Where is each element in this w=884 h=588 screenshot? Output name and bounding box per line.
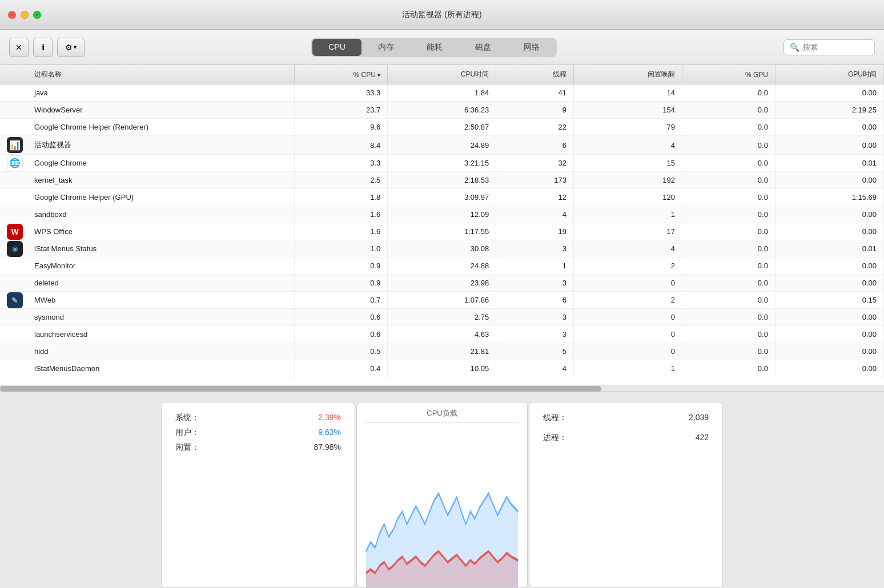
- cell-cpu_time: 3:21.15: [388, 155, 496, 172]
- table-row[interactable]: java33.31.8441140.00.00: [0, 84, 884, 102]
- cell-cpu_time: 24.88: [388, 257, 496, 275]
- cell-cpu_pct: 33.3: [295, 84, 388, 102]
- process-name: kernel_task: [34, 176, 72, 184]
- cell-gpu_pct: 0.0: [682, 206, 775, 223]
- col-header-idle-wake[interactable]: 闲置唤醒: [573, 65, 682, 84]
- table-row[interactable]: Google Chrome Helper (Renderer)9.62:50.8…: [0, 119, 884, 136]
- threads-label: 线程：: [543, 413, 567, 423]
- cell-cpu_pct: 0.9: [295, 275, 388, 292]
- process-icon: 🌐: [7, 155, 23, 171]
- processes-label: 进程：: [543, 433, 567, 443]
- chart-divider: [366, 422, 518, 422]
- col-header-gpu-time[interactable]: GPU时间: [775, 65, 883, 84]
- idle-label: 闲置：: [175, 442, 199, 453]
- col-header-gpu-pct[interactable]: % GPU: [682, 65, 775, 84]
- cell-threads: 41: [496, 84, 574, 102]
- process-name: Google Chrome: [34, 159, 87, 167]
- col-header-cpu-pct[interactable]: % CPU ▾: [295, 65, 388, 84]
- table-row[interactable]: EasyMonitor0.924.88120.00.00: [0, 257, 884, 275]
- minimize-button[interactable]: −: [21, 11, 29, 19]
- table-row[interactable]: sandboxd1.612.09410.00.00: [0, 206, 884, 223]
- cell-threads: 3: [496, 309, 574, 326]
- process-name: EasyMonitor: [34, 261, 75, 270]
- cell-gpu_time: 0.01: [775, 240, 883, 257]
- process-name: java: [34, 88, 48, 97]
- table-row[interactable]: Google Chrome Helper (GPU)1.83:09.971212…: [0, 189, 884, 206]
- info-button[interactable]: ℹ: [33, 38, 53, 57]
- process-icon: W: [7, 224, 23, 240]
- table-row[interactable]: ◉iStat Menus Status1.030.08340.00.01: [0, 240, 884, 257]
- cell-gpu_time: 0.00: [775, 257, 883, 275]
- process-icon: ◉: [7, 241, 23, 257]
- cell-idle_wake: 4: [573, 136, 682, 155]
- table-row[interactable]: ✎MWeb0.71:07.86620.00.15: [0, 292, 884, 309]
- table-row[interactable]: iStatMenusDaemon0.410.05410.00.00: [0, 360, 884, 377]
- x-button[interactable]: ✕: [9, 38, 29, 57]
- table-row[interactable]: launchservicesd0.64.63300.00.00: [0, 326, 884, 343]
- process-name: 活动监视器: [34, 140, 71, 149]
- table-row[interactable]: 🌐Google Chrome3.33:21.1532150.00.01: [0, 155, 884, 172]
- horizontal-scrollbar[interactable]: [0, 385, 884, 392]
- table-row[interactable]: 📊活动监视器8.424.89640.00.00: [0, 136, 884, 155]
- cell-gpu_pct: 0.0: [682, 309, 775, 326]
- gear-button[interactable]: ⚙ ▾: [57, 38, 85, 57]
- cell-gpu_time: 0.00: [775, 206, 883, 223]
- table-row[interactable]: kernel_task2.52:18.531731920.00.00: [0, 172, 884, 189]
- cell-idle_wake: 120: [573, 189, 682, 206]
- system-stats-row: 系统： 2.39%: [175, 413, 341, 423]
- table-row[interactable]: deleted0.923.98300.00.00: [0, 275, 884, 292]
- cell-cpu_pct: 0.6: [295, 309, 388, 326]
- cell-threads: 3: [496, 326, 574, 343]
- cell-idle_wake: 2: [573, 292, 682, 309]
- tab-memory[interactable]: 内存: [362, 39, 410, 56]
- cell-cpu_pct: 23.7: [295, 102, 388, 119]
- table-row[interactable]: sysmond0.62.75300.00.00: [0, 309, 884, 326]
- process-name: iStatMenusDaemon: [34, 364, 99, 373]
- cell-threads: 173: [496, 172, 574, 189]
- process-icon: 📊: [7, 137, 23, 153]
- cpu-chart-card: CPU负载: [356, 402, 528, 588]
- cell-cpu_time: 30.08: [388, 240, 496, 257]
- process-name: WindowServer: [34, 106, 83, 114]
- cpu-chart-svg: [366, 425, 518, 587]
- cell-cpu_pct: 1.8: [295, 189, 388, 206]
- tab-network[interactable]: 网络: [508, 39, 556, 56]
- table-row[interactable]: WWPS Office1.61:17.5519170.00.00: [0, 223, 884, 240]
- process-name: Google Chrome Helper (Renderer): [34, 123, 148, 131]
- cell-cpu_time: 6:36.23: [388, 102, 496, 119]
- close-button[interactable]: ✕: [8, 11, 16, 19]
- cell-gpu_time: 1:15.69: [775, 189, 883, 206]
- toolbar: ✕ ℹ ⚙ ▾ CPU 内存 能耗 磁盘 网络 🔍: [0, 30, 884, 65]
- col-header-threads[interactable]: 线程: [496, 65, 574, 84]
- col-header-name[interactable]: 进程名称: [0, 65, 295, 84]
- cell-cpu_pct: 1.0: [295, 240, 388, 257]
- scrollbar-thumb[interactable]: [0, 386, 601, 392]
- cell-gpu_pct: 0.0: [682, 240, 775, 257]
- table-row[interactable]: WindowServer23.76:36.2391540.02:19.25: [0, 102, 884, 119]
- cell-cpu_pct: 9.6: [295, 119, 388, 136]
- cell-cpu_pct: 2.5: [295, 172, 388, 189]
- table-row[interactable]: hidd0.521.81500.00.00: [0, 343, 884, 360]
- cpu-chart-area: [366, 425, 518, 587]
- tab-disk[interactable]: 磁盘: [459, 39, 507, 56]
- process-table: 进程名称 % CPU ▾ CPU时间 线程 闲置唤醒 % GPU: [0, 65, 884, 377]
- tab-energy[interactable]: 能耗: [411, 39, 459, 56]
- maximize-button[interactable]: +: [33, 11, 41, 19]
- cell-gpu_pct: 0.0: [682, 155, 775, 172]
- cell-idle_wake: 15: [573, 155, 682, 172]
- tab-cpu[interactable]: CPU: [312, 39, 361, 56]
- search-box[interactable]: 🔍: [783, 39, 875, 55]
- cell-idle_wake: 79: [573, 119, 682, 136]
- cell-gpu_time: 0.00: [775, 326, 883, 343]
- search-input[interactable]: [803, 43, 869, 51]
- cell-gpu_time: 0.01: [775, 155, 883, 172]
- cell-idle_wake: 1: [573, 360, 682, 377]
- cell-idle_wake: 1: [573, 206, 682, 223]
- cell-gpu_pct: 0.0: [682, 343, 775, 360]
- cell-idle_wake: 4: [573, 240, 682, 257]
- window-title: 活动监视器 (所有进程): [402, 10, 481, 20]
- cell-gpu_pct: 0.0: [682, 172, 775, 189]
- cell-cpu_time: 10.05: [388, 360, 496, 377]
- idle-stats-row: 闲置： 87.98%: [175, 442, 341, 453]
- col-header-cpu-time[interactable]: CPU时间: [388, 65, 496, 84]
